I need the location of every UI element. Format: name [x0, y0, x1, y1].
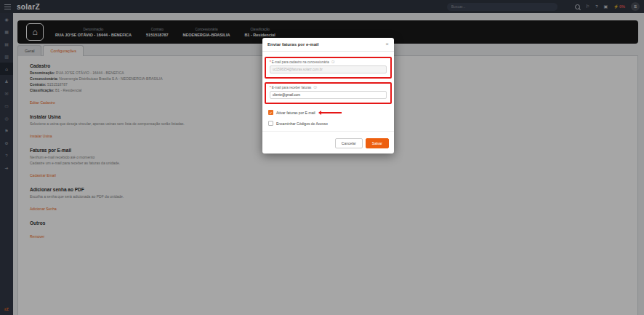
enviar-faturas-modal: Enviar faturas por e-mail × *E-mail para… [262, 38, 394, 153]
cancel-button[interactable]: Cancelar [335, 138, 363, 148]
app-screen: solarZ ⚐ ? ▣ ⚡ 0% S ◉ ▦ ▤ ▥ ⌂ ♟ ✉ ▭ ◎ ⚑ … [0, 0, 644, 315]
highlight-box-receber: *E-mail para receber faturas ⓘ [265, 82, 392, 104]
modal-body: *E-mail para cadastro na concessionária … [262, 52, 394, 127]
field-label-text: E-mail para cadastro na concessionária [272, 60, 329, 64]
annotation-arrow-icon [321, 112, 342, 113]
info-icon[interactable]: ⓘ [314, 86, 318, 89]
info-icon[interactable]: ⓘ [331, 60, 335, 64]
highlight-box-concessionaria: *E-mail para cadastro na concessionária … [265, 57, 392, 79]
ativar-faturas-row: ✓ Ativar faturas por E-mail [265, 110, 392, 115]
encaminhar-codigos-checkbox[interactable] [268, 121, 273, 126]
encaminhar-codigos-row: Encaminhar Códigos de Acesso [265, 121, 392, 126]
save-button[interactable]: Salvar [366, 138, 389, 148]
field-label-receber: *E-mail para receber faturas ⓘ [270, 86, 387, 89]
checkbox-label: Encaminhar Códigos de Acesso [276, 121, 328, 126]
required-mark: * [270, 60, 271, 64]
checkbox-label: Ativar faturas por E-mail [276, 111, 315, 115]
ativar-faturas-checkbox[interactable]: ✓ [268, 110, 273, 115]
modal-footer: Cancelar Salvar [262, 131, 394, 153]
close-icon[interactable]: × [385, 41, 389, 47]
modal-header: Enviar faturas por e-mail × [262, 38, 394, 52]
email-concessionaria-field[interactable] [270, 65, 387, 73]
required-mark: * [270, 86, 271, 89]
field-label-concessionaria: *E-mail para cadastro na concessionária … [270, 60, 387, 64]
email-receber-field[interactable] [270, 91, 387, 99]
field-label-text: E-mail para receber faturas [272, 86, 312, 89]
modal-title: Enviar faturas por e-mail [267, 42, 318, 47]
